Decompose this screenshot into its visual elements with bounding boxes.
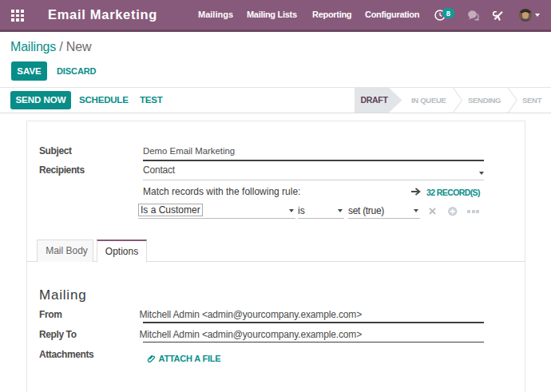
svg-text:DRAFT: DRAFT [361, 95, 389, 105]
svg-text:SENDING: SENDING [468, 96, 501, 105]
svg-text:SENT: SENT [522, 96, 542, 105]
svg-text:IN QUEUE: IN QUEUE [411, 96, 446, 105]
